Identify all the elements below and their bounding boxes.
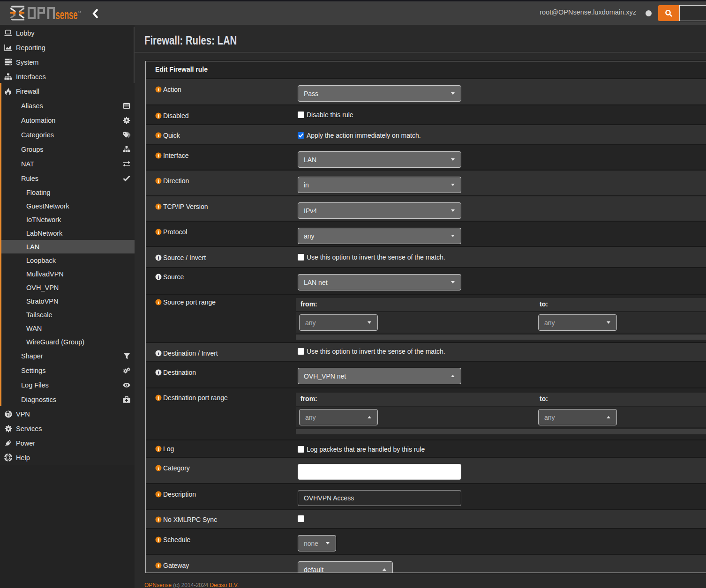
action-select[interactable]: Pass [298,85,461,102]
footer-opnsense-link[interactable]: OPNsense [144,582,172,588]
info-icon[interactable]: i [155,491,162,498]
svg-text:i: i [158,255,159,261]
sidebar-collapse-icon[interactable] [91,8,101,19]
source-invert-checkbox[interactable] [298,254,304,261]
tcpip-version-select[interactable]: IPv4 [298,202,461,219]
category-input[interactable] [298,464,461,480]
gateway-select[interactable]: default [298,561,393,573]
source-select[interactable]: LAN net [298,274,461,290]
checkbox-label: Disable this rule [307,112,353,119]
search-button[interactable] [658,5,679,21]
sitemap-icon [123,146,130,153]
info-icon[interactable]: i [155,112,162,119]
chevron-down-icon [451,235,455,237]
direction-select[interactable]: in [298,177,461,193]
sidebar-item-nat[interactable]: NAT [0,156,135,171]
search-input[interactable] [679,5,706,21]
schedule-select[interactable]: none [298,535,336,551]
sidebar-item-floating[interactable]: Floating [0,186,135,199]
info-icon[interactable]: i [155,562,162,569]
info-icon[interactable]: i [155,299,162,305]
info-icon[interactable]: i [155,178,162,184]
sidebar-item-wireguard-group[interactable]: WireGuard (Group) [0,335,135,349]
destination-select[interactable]: OVH_VPN net [298,368,461,384]
info-icon[interactable]: i [155,203,162,210]
sidebar-item-reporting[interactable]: Reporting [0,40,135,55]
horizontal-scrollbar[interactable] [296,335,706,340]
checkbox-label: Log packets that are handled by this rul… [307,446,425,453]
sidebar-item-vpn[interactable]: VPN [0,407,135,421]
quick-checkbox[interactable] [298,132,304,139]
sidebar-item-labnetwork[interactable]: LabNetwork [0,226,135,240]
destination-port-from-select[interactable]: any [299,409,378,425]
sidebar-item-shaper[interactable]: Shaper [0,349,135,363]
log-checkbox[interactable] [298,446,304,453]
info-icon[interactable]: i [155,369,162,376]
footer-deciso-link[interactable]: Deciso B.V. [210,582,239,588]
form-row-destination: i Destination OVH_VPN net [146,362,706,388]
sidebar-item-rules[interactable]: Rules [0,171,135,186]
protocol-select[interactable]: any [298,228,461,244]
sidebar-item-stratovpn[interactable]: StratoVPN [0,294,135,308]
sidebar-item-groups[interactable]: Groups [0,142,135,156]
eye-icon [123,381,130,389]
sidebar-item-ovh-vpn[interactable]: OVH_VPN [0,281,135,294]
info-icon[interactable]: i [155,86,162,93]
row-label: Destination port range [163,394,228,402]
sidebar-item-loopback[interactable]: Loopback [0,253,135,267]
sidebar-item-iotnetwork[interactable]: IoTNetwork [0,213,135,226]
to-column-header: to: [535,393,706,406]
info-icon[interactable]: i [155,465,162,471]
info-icon[interactable]: i [155,254,162,261]
destination-invert-checkbox[interactable] [298,348,304,355]
sidebar-item-firewall[interactable]: Firewall [0,84,135,98]
status-indicator-dot[interactable] [646,10,652,16]
row-label: Source [163,273,184,281]
source-port-from-select[interactable]: any [299,314,378,331]
sidebar-item-system[interactable]: System [0,55,135,69]
chevron-down-icon [451,184,455,186]
info-icon[interactable]: i [155,350,162,357]
sidebar-item-interfaces[interactable]: Interfaces [0,69,135,84]
chevron-up-icon [368,416,371,418]
source-port-table: from: to: any any [296,298,706,340]
sidebar-item-aliases[interactable]: Aliases [0,98,135,113]
info-icon[interactable]: i [155,229,162,235]
destination-port-to-select[interactable]: any [538,409,617,425]
sidebar-item-categories[interactable]: Categories [0,127,135,142]
horizontal-scrollbar[interactable] [296,429,706,434]
gear-icon [123,117,130,124]
sidebar-item-lobby[interactable]: Lobby [0,26,135,40]
disabled-checkbox[interactable] [298,112,304,118]
sidebar-item-power[interactable]: Power [0,436,135,450]
sidebar-item-lan[interactable]: LAN [0,240,135,253]
row-label: Disabled [163,112,188,119]
svg-text:i: i [158,446,159,452]
sidebar-item-help[interactable]: Help [0,450,135,465]
source-port-to-select[interactable]: any [538,314,617,331]
info-icon[interactable]: i [155,536,162,543]
sidebar-item-automation[interactable]: Automation [0,113,135,127]
sidebar-item-guestnetwork[interactable]: GuestNetwork [0,199,135,213]
description-input[interactable] [298,490,461,506]
opnsense-logo[interactable]: sense [9,5,83,23]
info-icon[interactable]: i [155,274,162,280]
chevron-down-icon [607,321,610,324]
sidebar-item-tailscale[interactable]: Tailscale [0,308,135,321]
info-icon[interactable]: i [155,394,162,401]
info-icon[interactable]: i [155,446,162,452]
info-icon[interactable]: i [155,132,162,139]
plug-icon [4,439,12,447]
sidebar-item-services[interactable]: Services [0,421,135,436]
main-content: Firewall: Rules: LAN Edit Firewall rule … [135,25,706,588]
sidebar-item-wan[interactable]: WAN [0,321,135,335]
interface-select[interactable]: LAN [298,151,461,168]
sidebar-item-diagnostics[interactable]: Diagnostics [0,392,135,407]
info-icon[interactable]: i [155,516,162,523]
info-icon[interactable]: i [155,152,162,159]
sidebar-item-mullvadvpn[interactable]: MullvadVPN [0,267,135,281]
sidebar-item-log-files[interactable]: Log Files [0,378,135,392]
sidebar-item-settings[interactable]: Settings [0,363,135,378]
no-xmlrpc-sync-checkbox[interactable] [298,515,304,522]
logged-in-user[interactable]: root@OPNsense.luxdomain.xyz [540,0,636,25]
